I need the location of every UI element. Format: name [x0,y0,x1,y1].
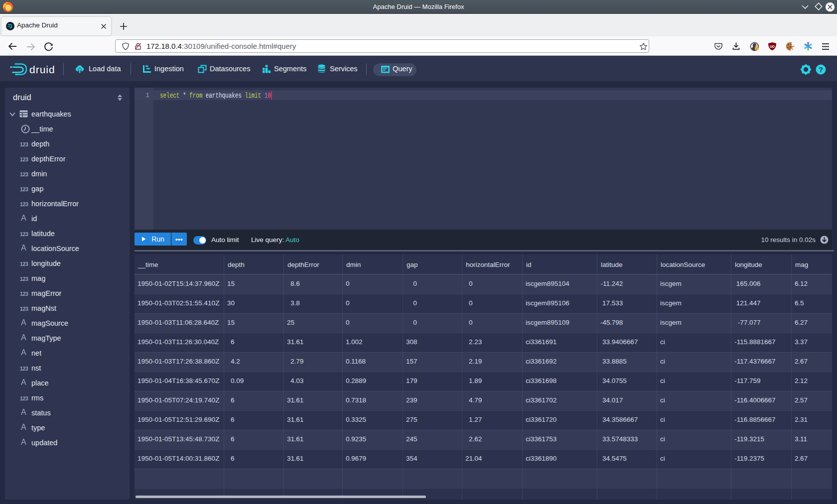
svg-text:?: ? [819,65,823,74]
svg-text:UO: UO [770,45,775,48]
